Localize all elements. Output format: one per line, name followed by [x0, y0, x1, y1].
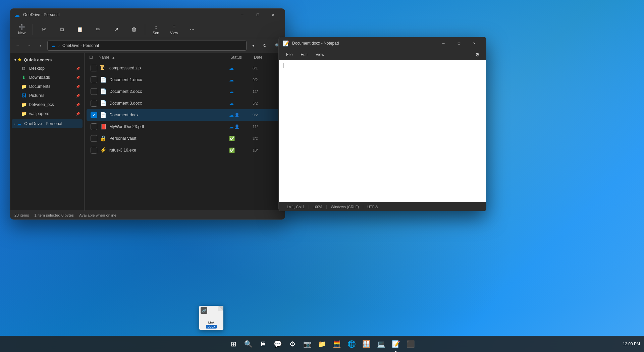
item-count: 23 items [14, 213, 29, 217]
drag-file-label: Link [208, 321, 215, 324]
taskbar-store[interactable]: 🪟 [360, 337, 373, 351]
file-row[interactable]: 🗜 compresssed.zip ☁ 8/1 [87, 62, 283, 74]
notepad-maximize-button[interactable]: ☐ [451, 38, 467, 49]
sidebar-pictures-label: Pictures [29, 93, 44, 98]
sort-icon: ↕ [155, 24, 157, 30]
dropdown-button[interactable]: ▾ [249, 41, 258, 50]
sidebar-item-downloads[interactable]: ⬇ Downloads 📌 [12, 73, 83, 82]
copy-button[interactable]: ⧉ [53, 22, 70, 37]
header-name[interactable]: Name ▲ [99, 55, 230, 60]
forward-button[interactable]: → [24, 41, 34, 50]
sidebar-item-onedrive[interactable]: › ☁ OneDrive - Personal [12, 119, 83, 128]
menu-view[interactable]: View [312, 51, 328, 58]
close-button[interactable]: ✕ [265, 9, 281, 20]
row-checkbox[interactable] [91, 100, 97, 107]
file-row[interactable]: 📕 MyWordDoc23.pdf ☁ 👤 11/ [87, 121, 283, 132]
share-button[interactable]: ↗ [107, 22, 125, 37]
sort-button[interactable]: ↕ Sort [147, 22, 165, 37]
sidebar-item-desktop[interactable]: 🖥 Desktop 📌 [12, 64, 83, 73]
sidebar-item-documents[interactable]: 📁 Documents 📌 [12, 82, 83, 91]
notepad-menubar: File Edit View ⚙ [279, 49, 486, 60]
row-checkbox[interactable] [91, 76, 97, 83]
minimize-button[interactable]: ─ [234, 9, 250, 20]
row-checkbox[interactable] [91, 88, 97, 95]
pin-icon-5: 📌 [76, 103, 80, 107]
pdf-icon: 📕 [100, 123, 107, 130]
header-status[interactable]: Status [230, 55, 254, 60]
address-input[interactable]: ☁ › OneDrive - Personal [47, 41, 247, 51]
file-status: ☁ [229, 89, 253, 94]
menu-edit[interactable]: Edit [297, 51, 311, 58]
pin-icon-4: 📌 [76, 94, 80, 98]
sidebar-item-pictures[interactable]: 🖼 Pictures 📌 [12, 91, 83, 100]
taskbar-settings[interactable]: ⚙ [286, 337, 299, 351]
row-checkbox[interactable] [91, 147, 97, 154]
share-icon: ↗ [114, 26, 118, 33]
row-checkbox[interactable] [91, 135, 97, 142]
pin-icon-6: 📌 [76, 112, 80, 116]
taskbar-browser[interactable]: 🌐 [345, 337, 358, 351]
file-status: ☁ 👤 [229, 124, 253, 129]
taskbar-chat[interactable]: 💬 [271, 337, 284, 351]
file-row[interactable]: 📄 Document 2.docx ☁ 12/ [87, 86, 283, 97]
sidebar: ▾ ★ Quick access 🖥 Desktop 📌 ⬇ Downloads… [10, 53, 84, 211]
file-row-selected[interactable]: ✓ 📄 Document.docx ☁ 👤 9/2 [87, 109, 283, 121]
up-button[interactable]: ↑ [36, 41, 45, 50]
file-row[interactable]: ⚡ rufus-3.16.exe ✅ 10/ [87, 144, 283, 156]
quick-access-header[interactable]: ▾ ★ Quick access [12, 56, 83, 64]
row-checkbox[interactable] [91, 65, 97, 71]
row-checkbox[interactable] [91, 123, 97, 130]
file-date: 9/2 [253, 78, 279, 82]
file-name: rufus-3.16.exe [109, 148, 229, 153]
refresh-button[interactable]: ↻ [260, 41, 269, 50]
more-button[interactable]: ··· [183, 22, 201, 37]
taskbar-terminal[interactable]: 💻 [374, 337, 388, 351]
shared-icon: 👤 [234, 124, 239, 129]
row-checkbox-checked[interactable]: ✓ [91, 112, 97, 118]
explorer-window: ☁ OneDrive - Personal ─ ☐ ✕ ➕ New ✂ ⧉ 📋 … [10, 8, 285, 220]
notepad-settings-button[interactable]: ⚙ [473, 50, 482, 59]
maximize-button[interactable]: ☐ [250, 9, 265, 20]
notepad-content[interactable] [279, 60, 486, 202]
file-row[interactable]: 📄 Document 3.docx ☁ 5/2 [87, 98, 283, 109]
delete-button[interactable]: 🗑 [125, 22, 143, 37]
menu-file[interactable]: File [283, 51, 296, 58]
taskbar-search[interactable]: 🔍 [241, 337, 255, 351]
file-row[interactable]: 🔒 Personal Vault ✅ 3/2 [87, 133, 283, 144]
file-row[interactable]: 📄 Document 1.docx ☁ 9/2 [87, 74, 283, 85]
taskbar-calculator[interactable]: 🧮 [330, 337, 343, 351]
sidebar-documents-label: Documents [29, 84, 50, 89]
main-content: ▾ ★ Quick access 🖥 Desktop 📌 ⬇ Downloads… [10, 53, 285, 211]
paste-icon: 📋 [77, 26, 83, 33]
taskbar: ⊞ 🔍 🖥 💬 ⚙ 📷 📁 🧮 🌐 🪟 💻 📝 ⬛ 12:00 PM [0, 336, 644, 352]
onedrive-icon: ☁ [14, 12, 20, 18]
wallpapers-icon: 📁 [21, 111, 26, 116]
file-status: ✅ [229, 136, 253, 141]
taskbar-cmd[interactable]: ⬛ [404, 337, 417, 351]
notepad-close-button[interactable]: ✕ [467, 38, 482, 49]
new-button[interactable]: ➕ New [13, 22, 31, 37]
pictures-icon: 🖼 [21, 93, 26, 98]
taskbar-start[interactable]: ⊞ [227, 337, 240, 351]
back-button[interactable]: ← [13, 41, 22, 50]
file-list: ☐ Name ▲ Status Date 🗜 compresssed.zip [85, 53, 285, 211]
rename-button[interactable]: ✏ [89, 22, 107, 37]
cut-button[interactable]: ✂ [35, 22, 52, 37]
notepad-minimize-button[interactable]: ─ [436, 38, 451, 49]
header-date[interactable]: Date [254, 55, 281, 60]
sidebar-item-between-pcs[interactable]: 📁 between_pcs 📌 [12, 100, 83, 109]
sort-label: Sort [153, 31, 159, 35]
cloud-icon: ☁ [229, 112, 234, 118]
header-checkbox[interactable]: ☐ [89, 55, 99, 60]
file-status: ☁ [229, 101, 253, 106]
paste-button[interactable]: 📋 [71, 22, 89, 37]
view-button[interactable]: ≡ View [165, 22, 183, 37]
taskbar-task-view[interactable]: 🖥 [256, 337, 270, 351]
sidebar-wallpapers-label: wallpapers [29, 111, 49, 116]
taskbar-camera[interactable]: 📷 [301, 337, 314, 351]
sidebar-item-wallpapers[interactable]: 📁 wallpapers 📌 [12, 109, 83, 118]
exe-icon: ⚡ [100, 147, 107, 154]
taskbar-notepad[interactable]: 📝 [389, 337, 402, 351]
file-date: 9/2 [253, 113, 279, 117]
taskbar-file-explorer[interactable]: 📁 [315, 337, 329, 351]
